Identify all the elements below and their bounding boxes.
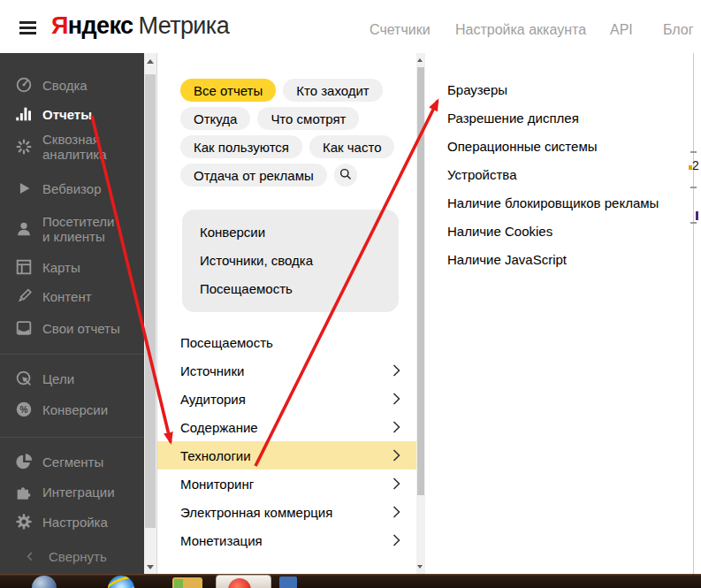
submenu-item-label: Устройства — [447, 167, 516, 182]
menu-item-traffic[interactable]: Посещаемость — [157, 328, 417, 356]
person-icon — [13, 218, 34, 240]
sidebar-item-goals[interactable]: Цели — [0, 368, 144, 389]
submenu-item-devices[interactable]: Устройства — [425, 160, 693, 188]
filter-chip-what-they-view[interactable]: Что смотрят — [257, 107, 359, 130]
sidebar-item-summary[interactable]: Сводка — [0, 74, 144, 95]
edge-tick — [690, 187, 697, 188]
sidebar-item-conversions[interactable]: % Конверсии — [0, 399, 144, 420]
quick-link-sources-summary[interactable]: Источники, сводка — [200, 247, 399, 275]
sidebar-item-label: Сводка — [42, 78, 88, 93]
page-scrollbar[interactable] — [144, 53, 156, 574]
filter-chip-how-they-use[interactable]: Как пользуются — [180, 135, 302, 158]
sidebar-item-segments[interactable]: Сегменты — [0, 451, 144, 472]
menu-item-ecommerce[interactable]: Электронная коммерция — [157, 498, 417, 526]
sidebar: Сводка Отчеты Сквознаяаналитика Вебвизор… — [0, 53, 144, 574]
submenu-item-display-resolution[interactable]: Разрешение дисплея — [425, 103, 693, 132]
favorite-reports-box: Конверсии Источники, сводка Посещаемость — [182, 210, 399, 312]
gear-icon — [13, 511, 34, 532]
chevron-right-icon — [392, 393, 400, 405]
sidebar-item-cross-analytics[interactable]: Сквознаяаналитика — [0, 129, 144, 164]
yandex-metrica-logo[interactable]: ЯндексМетрика — [51, 12, 229, 40]
sidebar-item-label: Свои отчеты — [42, 321, 120, 336]
reports-category-menu: Посещаемость Источники Аудитория Содержа… — [157, 328, 417, 554]
sidebar-item-label: Конверсии — [42, 402, 108, 417]
folder-icon[interactable] — [172, 577, 202, 588]
menu-item-audience[interactable]: Аудитория — [157, 385, 417, 413]
logo-initial: Я — [51, 12, 68, 39]
opera-icon — [228, 578, 251, 588]
sidebar-item-visitors[interactable]: Посетителии клиенты — [0, 211, 144, 247]
taskbar-browser-icon[interactable] — [32, 576, 57, 588]
scrollbar-thumb[interactable] — [417, 67, 424, 495]
menu-item-technologies[interactable]: Технологии — [157, 441, 417, 470]
pie-icon — [13, 451, 34, 472]
menu-item-sources[interactable]: Источники — [157, 356, 417, 385]
scrollbar-thumb[interactable] — [145, 74, 156, 528]
sidebar-item-label: Цели — [42, 371, 74, 386]
sidebar-divider — [0, 437, 144, 438]
topbar: ЯндексМетрика Счетчики Настройка аккаунт… — [0, 0, 701, 53]
menu-item-label: Содержание — [180, 420, 258, 435]
page-edge-divider — [693, 53, 694, 574]
nav-blog[interactable]: Блог — [663, 22, 694, 38]
taskbar-app-icon[interactable] — [279, 577, 297, 588]
clipped-color-fragment — [689, 165, 692, 170]
submenu-item-cookies[interactable]: Наличие Cookies — [425, 217, 693, 245]
sidebar-item-integrations[interactable]: Интеграции — [0, 481, 144, 502]
chevron-left-icon — [19, 546, 41, 567]
sidebar-item-webvisor[interactable]: Вебвизор — [0, 178, 144, 199]
submenu-scrollbar[interactable] — [416, 53, 425, 574]
submenu-item-adblockers[interactable]: Наличие блокировщиков рекламы — [425, 188, 693, 217]
scroll-down-icon[interactable] — [417, 565, 423, 569]
menu-item-monetization[interactable]: Монетизация — [157, 526, 417, 554]
nav-counters[interactable]: Счетчики — [370, 22, 431, 38]
search-chip[interactable] — [334, 164, 357, 187]
scroll-down-icon[interactable] — [147, 565, 154, 569]
quick-link-conversions[interactable]: Конверсии — [200, 218, 399, 247]
filter-chip-all-reports[interactable]: Все отчеты — [180, 79, 276, 102]
scroll-up-icon[interactable] — [147, 59, 154, 64]
technology-submenu-panel: Браузеры Разрешение дисплея Операционные… — [425, 53, 693, 574]
sidebar-item-label: Карты — [42, 260, 80, 275]
sidebar-item-label: Интеграции — [42, 485, 115, 500]
sidebar-item-maps[interactable]: Карты — [0, 256, 144, 278]
filter-chip-ad-return[interactable]: Отдача от рекламы — [180, 164, 327, 187]
sidebar-item-label: Отчеты — [42, 107, 92, 122]
menu-item-label: Аудитория — [180, 392, 246, 407]
speedometer-icon — [13, 74, 34, 95]
menu-item-monitoring[interactable]: Мониторинг — [157, 470, 417, 498]
internet-explorer-icon[interactable] — [108, 576, 134, 588]
layout-icon — [13, 256, 34, 278]
sidebar-item-settings[interactable]: Настройка — [0, 511, 144, 532]
submenu-item-operating-systems[interactable]: Операционные системы — [425, 132, 693, 160]
filter-chip-who-visits[interactable]: Кто заходит — [283, 79, 383, 102]
clipped-number-fragment: 2 — [692, 158, 699, 172]
filter-chip-from-where[interactable]: Откуда — [180, 107, 250, 130]
submenu-item-javascript[interactable]: Наличие JavaScript — [425, 245, 693, 273]
hamburger-menu-icon[interactable] — [19, 21, 36, 34]
logo-yandex: ндекс — [68, 12, 133, 39]
nav-api[interactable]: API — [610, 22, 633, 38]
sidebar-collapse-button[interactable]: Свернуть — [0, 546, 144, 567]
logo-product: Метрика — [138, 12, 229, 39]
menu-item-label: Мониторинг — [180, 477, 254, 492]
nav-account-settings[interactable]: Настройка аккаунта — [455, 22, 586, 38]
sidebar-item-content[interactable]: Контент — [0, 286, 144, 307]
sidebar-item-reports[interactable]: Отчеты — [0, 103, 144, 125]
cross-analytics-icon — [13, 136, 34, 157]
filter-chip-how-often[interactable]: Как часто — [309, 135, 395, 158]
chevron-right-icon — [392, 449, 400, 462]
windows-taskbar — [0, 574, 701, 588]
menu-item-content[interactable]: Содержание — [157, 413, 417, 441]
menu-item-label: Электронная коммерция — [180, 505, 332, 520]
sidebar-item-label: Сегменты — [42, 454, 103, 470]
scroll-up-icon[interactable] — [417, 58, 423, 62]
sidebar-item-my-reports[interactable]: Свои отчеты — [0, 317, 144, 339]
pencil-icon — [13, 286, 34, 307]
submenu-item-browsers[interactable]: Браузеры — [425, 75, 693, 103]
svg-text:%: % — [20, 405, 28, 415]
active-task-button[interactable] — [216, 575, 271, 588]
sidebar-divider — [0, 354, 144, 355]
menu-item-label: Технологии — [180, 448, 251, 463]
quick-link-traffic[interactable]: Посещаемость — [200, 275, 399, 303]
